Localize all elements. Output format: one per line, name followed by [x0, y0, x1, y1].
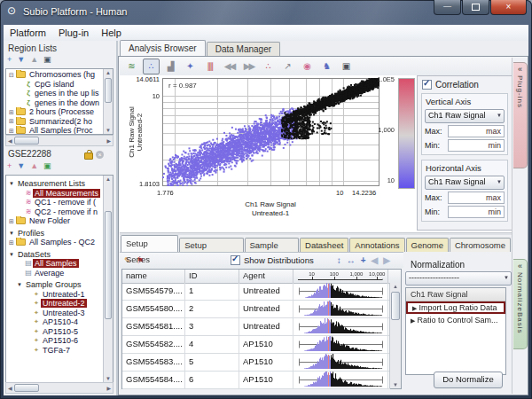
parallel-coordinates-icon[interactable]: ∥∥ — [201, 59, 218, 74]
pca-plot-icon[interactable]: ✦ — [182, 59, 199, 74]
horizontal-max-input[interactable]: max — [448, 192, 505, 204]
scroll-down-icon[interactable]: ▼ — [390, 382, 401, 387]
scroll-up-icon[interactable]: ▲ — [104, 176, 113, 182]
tree-item-genes-in-the-down[interactable]: ζgenes in the down — [6, 98, 104, 108]
tree-item-summarized-2-ho[interactable]: ⊞Summarized(2 ho — [6, 117, 104, 127]
normalization-item-import-log-ratio-data[interactable]: ▶Import Log Ratio Data — [406, 301, 505, 314]
normalize-basis-side-tab[interactable]: « NormalizeBasis — [513, 259, 528, 349]
correlation-checkbox[interactable] — [422, 80, 432, 90]
move-up-icon[interactable]: ▲ — [30, 55, 38, 65]
tree-item-untreated-1[interactable]: ✦Untreated-1 — [6, 290, 104, 300]
horizontal-signal-dropdown[interactable]: Ch1 Raw Signal▼ — [425, 176, 505, 190]
expand-all-icon[interactable]: + — [361, 255, 366, 265]
normalization-dropdown[interactable]: -------------------▼ — [405, 271, 512, 286]
title-bar[interactable]: ⊙ Subio Platform - Human — × — [0, 0, 532, 25]
scroll-down-icon[interactable]: ▼ — [104, 376, 113, 381]
expand-icon[interactable]: ⊞ — [9, 239, 16, 246]
expand-vertical-icon[interactable]: ↕ — [337, 255, 341, 265]
column-header-id[interactable]: ID — [185, 270, 239, 283]
show-distributions-checkbox[interactable] — [231, 255, 240, 265]
tree-item-untreated-2[interactable]: ✦Untreated-2 — [6, 299, 104, 309]
expand-icon[interactable]: ⊞ — [9, 117, 16, 125]
scroll-thumb[interactable] — [14, 384, 39, 392]
section-collapse-icon[interactable]: ▼ — [17, 282, 24, 287]
tree-item-chromosomes-hg[interactable]: ⊟Chromosomes (hg — [6, 70, 104, 80]
section-collapse-icon[interactable]: ▼ — [9, 181, 16, 186]
tree-item-genes-in-the-up-lis[interactable]: ζgenes in the up lis — [6, 89, 104, 98]
table-row-5[interactable]: GSM554583....5AP1510 — [122, 354, 390, 372]
scroll-right-icon[interactable]: ▶ — [106, 137, 111, 144]
unlock-icon[interactable] — [84, 153, 93, 160]
table-row-1[interactable]: GSM554579....1Untreated — [122, 283, 390, 301]
table-row-3[interactable]: GSM554581....3Untreated — [122, 318, 390, 336]
tab-setup-series[interactable]: Setup Series — [121, 235, 178, 252]
expand-icon[interactable]: ⊞ — [9, 217, 16, 225]
tree-item-new-folder[interactable]: ⊞New Folder — [6, 216, 104, 226]
scroll-left-icon[interactable]: ◀ — [8, 137, 12, 144]
shift-right-icon[interactable]: ▶ — [383, 255, 390, 265]
tab-genome[interactable]: Genome — [406, 238, 449, 252]
maximize-button[interactable] — [462, 0, 489, 15]
tree-item-2-hours-processe[interactable]: ⊞2 hours (Processe — [6, 107, 104, 117]
scroll-thumb[interactable] — [391, 292, 400, 320]
tree-item-all-samples-qc2[interactable]: ⊞All Samples - QC2 — [6, 238, 104, 247]
tab-chromosome[interactable]: Chromosome — [450, 238, 511, 252]
tab-sample-info[interactable]: Sample Info — [245, 238, 300, 252]
magic-wand-icon[interactable]: ↗ — [279, 59, 296, 74]
vertical-max-input[interactable]: max — [448, 125, 505, 137]
new-item-icon[interactable]: + — [7, 161, 12, 171]
normalization-item-ch1-raw-signal[interactable]: Ch1 Raw Signal — [406, 288, 505, 301]
tree-item-ap1510-5[interactable]: ✦AP1510-5 — [6, 327, 104, 337]
table-scrollbar-vertical[interactable]: ▲▼ — [389, 283, 401, 388]
camera-icon[interactable]: ▣ — [338, 59, 355, 74]
new-region-list-icon[interactable]: + — [7, 55, 12, 65]
vertical-signal-dropdown[interactable]: Ch1 Raw Signal▼ — [425, 109, 505, 123]
close-button[interactable]: × — [490, 0, 527, 15]
expand-icon[interactable]: ⊞ — [9, 127, 16, 135]
tree-item-untreated-3[interactable]: ✦Untreated-3 — [6, 309, 104, 318]
tab-datasheet[interactable]: Datasheet — [300, 238, 348, 252]
tree-item-all-measurements[interactable]: ≋All Measurements — [6, 189, 104, 199]
tab-annotations[interactable]: Annotations — [349, 238, 404, 252]
tree-item-all-samples-proc[interactable]: ⊞All Samples (Proc — [6, 126, 104, 135]
step-backward-icon[interactable]: ◀◀ — [221, 59, 238, 74]
menu-plugin[interactable]: Plug-in — [52, 27, 95, 38]
column-header-name[interactable]: name — [122, 270, 185, 283]
delete-icon[interactable]: ▣ — [43, 161, 51, 171]
tree-item-ap1510-6[interactable]: ✦AP1510-6 — [6, 336, 104, 346]
gse-scrollbar-horizontal[interactable]: ◀▶ — [5, 382, 113, 394]
expand-horizontal-icon[interactable]: ↔ — [347, 255, 356, 265]
scatter-select-icon[interactable]: ∴ — [260, 59, 277, 74]
scroll-right-icon[interactable]: ▶ — [106, 385, 111, 391]
tree-item-all-samples[interactable]: ▤All Samples — [6, 259, 104, 269]
tree-item-tgfa-7[interactable]: ✦TGFa-7 — [6, 346, 104, 356]
move-down-icon[interactable]: ▼ — [17, 161, 25, 171]
plugins-side-tab[interactable]: « Plug-ins — [513, 62, 528, 168]
gse-scrollbar-vertical[interactable]: ▲▼ — [103, 176, 113, 382]
scroll-thumb[interactable] — [105, 211, 112, 319]
table-row-4[interactable]: GSM554582....4AP1510 — [122, 336, 390, 354]
section-collapse-icon[interactable]: ▼ — [9, 252, 16, 257]
column-header-agent[interactable]: Agent — [239, 270, 293, 283]
tree-section-sample-groups[interactable]: ▼Sample Groups — [6, 280, 104, 290]
region-scrollbar-vertical[interactable]: ▲▼ — [103, 69, 113, 134]
move-up-icon[interactable]: ▲ — [30, 161, 38, 171]
tree-item-qc2-remove-if-n[interactable]: ≋QC2 - remove if n — [6, 207, 104, 217]
collapse-icon[interactable]: ⊟ — [9, 71, 16, 79]
vertical-min-input[interactable]: min — [448, 139, 505, 152]
tree-item-average[interactable]: ▤Average — [6, 269, 104, 278]
menu-platform[interactable]: Platform — [4, 27, 52, 38]
minimize-button[interactable]: — — [434, 0, 461, 15]
tab-setup-dataset[interactable]: Setup DataSet — [179, 238, 243, 252]
tree-item-cpg-island[interactable]: ζCpG island — [6, 80, 104, 90]
scroll-thumb[interactable] — [105, 78, 112, 103]
histogram-icon[interactable]: ▟ — [162, 59, 179, 74]
table-row-2[interactable]: GSM554580....2Untreated — [122, 301, 390, 318]
venn-diagram-icon[interactable]: ◉ — [299, 59, 316, 74]
normalization-item-ratio-to-control-sam[interactable]: ▶Ratio to Control Sam... — [406, 314, 505, 326]
section-collapse-icon[interactable]: ▼ — [9, 231, 16, 236]
tree-item-qc1-remove-if[interactable]: ≋QC1 - remove if ( — [6, 198, 104, 207]
step-forward-icon[interactable]: ▶▶ — [240, 59, 257, 74]
tree-section-datasets[interactable]: ▼DataSets — [6, 250, 104, 260]
tree-section-measurement-lists[interactable]: ▼Measurement Lists — [6, 179, 104, 189]
